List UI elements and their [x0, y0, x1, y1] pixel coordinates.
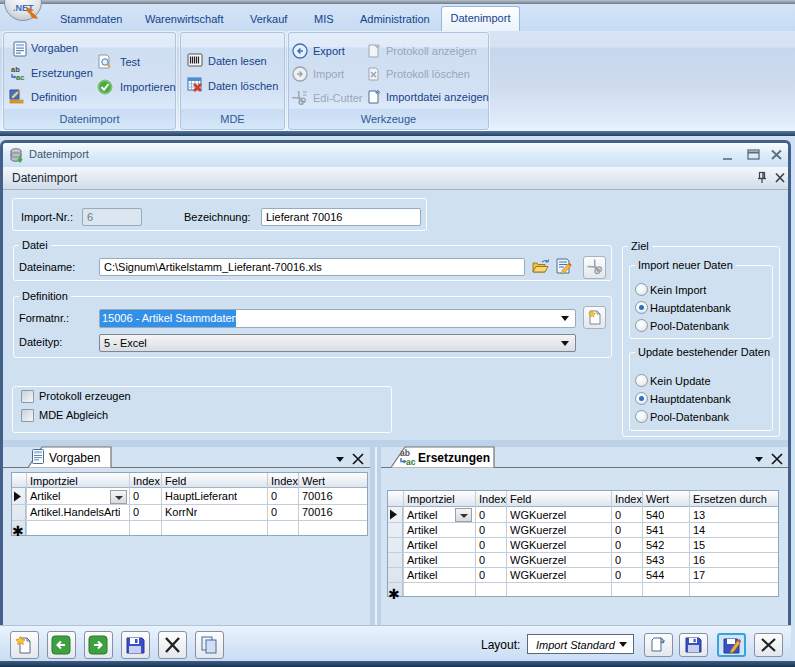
svg-text:ac: ac — [406, 457, 416, 466]
svg-text:ac: ac — [16, 73, 24, 81]
